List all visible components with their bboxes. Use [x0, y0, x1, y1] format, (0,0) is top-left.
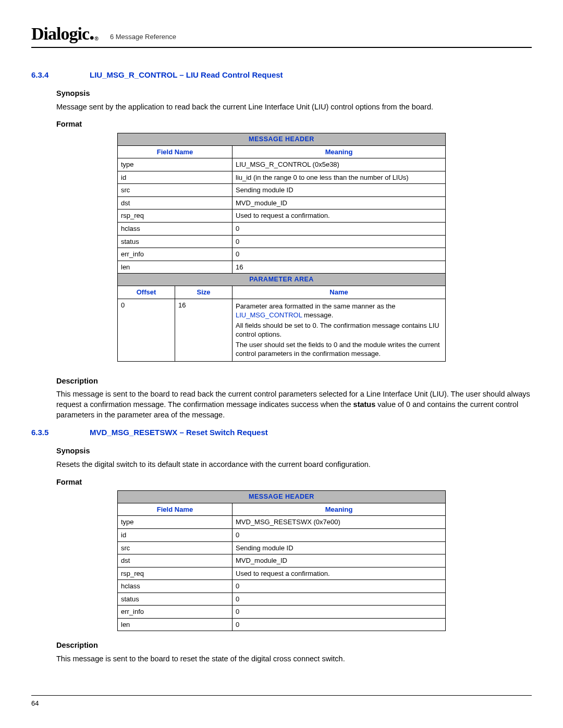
meaning-cell: 0 [232, 580, 446, 593]
message-header-table-1: MESSAGE HEADER Field Name Meaning typeLI… [117, 133, 446, 362]
meaning-cell: 0 [232, 248, 446, 261]
message-header-table-2: MESSAGE HEADER Field Name Meaning typeMV… [117, 490, 446, 631]
param-offset: 0 [118, 299, 175, 361]
synopsis-text: Resets the digital switch to its default… [56, 460, 532, 470]
field-name-cell: type [118, 516, 232, 529]
param-text: message. [302, 311, 333, 319]
meaning-cell: 0 [232, 222, 446, 235]
synopsis-heading: Synopsis [56, 89, 532, 99]
meaning-cell: 0 [232, 593, 446, 606]
format-heading: Format [56, 477, 532, 488]
table-row: len16 [118, 261, 446, 274]
format-heading: Format [56, 119, 532, 130]
col-meaning: Meaning [232, 145, 446, 158]
section-heading-635: 6.3.5 MVD_MSG_RESETSWX – Reset Switch Re… [31, 427, 532, 438]
meaning-cell: Sending module ID [232, 541, 446, 554]
page: Dialogic.® 6 Message Reference 6.3.4 LIU… [0, 0, 563, 728]
col-name: Name [232, 286, 446, 299]
table-row: hclass0 [118, 222, 446, 235]
section-heading-634: 6.3.4 LIU_MSG_R_CONTROL – LIU Read Contr… [31, 70, 532, 80]
table-row: len0 [118, 618, 446, 631]
description-text: This message is sent to the board to res… [56, 654, 532, 664]
meaning-cell: 16 [232, 261, 446, 274]
table-row: dstMVD_module_ID [118, 554, 446, 567]
field-name-cell: status [118, 235, 232, 248]
field-name-cell: rsp_req [118, 567, 232, 580]
table-row: srcSending module ID [118, 541, 446, 554]
meaning-cell: 0 [232, 235, 446, 248]
field-name-cell: src [118, 541, 232, 554]
table-row: dstMVD_module_ID [118, 196, 446, 209]
meaning-cell: 0 [232, 606, 446, 619]
field-name-cell: dst [118, 196, 232, 209]
section-number: 6.3.4 [31, 70, 90, 80]
table-band: MESSAGE HEADER [118, 491, 446, 503]
field-name-cell: err_info [118, 606, 232, 619]
description-text: This message is sent to the board to rea… [56, 389, 532, 420]
meaning-cell: Used to request a confirmation. [232, 209, 446, 223]
table-row: typeLIU_MSG_R_CONTROL (0x5e38) [118, 158, 446, 171]
param-name: Parameter area formatted in the same man… [232, 299, 446, 361]
param-text: Parameter area formatted in the same man… [236, 302, 395, 310]
synopsis-heading: Synopsis [56, 446, 532, 456]
col-size: Size [175, 286, 232, 299]
meaning-cell: MVD_module_ID [232, 554, 446, 567]
meaning-cell: Sending module ID [232, 184, 446, 197]
section-title: MVD_MSG_RESETSWX – Reset Switch Request [90, 427, 268, 438]
field-name-cell: len [118, 618, 232, 631]
description-heading: Description [56, 376, 532, 387]
meaning-cell: MVD_MSG_RESETSWX (0x7e00) [232, 516, 446, 529]
meaning-cell: liu_id (in the range 0 to one less than … [232, 171, 446, 184]
field-name-cell: hclass [118, 222, 232, 235]
footer-rule [31, 695, 532, 696]
field-name-cell: hclass [118, 580, 232, 593]
description-heading: Description [56, 640, 532, 651]
table-row: hclass0 [118, 580, 446, 593]
table-row: status0 [118, 235, 446, 248]
brand-logo: Dialogic.® [31, 22, 97, 46]
meaning-cell: 0 [232, 529, 446, 542]
col-field-name: Field Name [118, 145, 232, 158]
col-field-name: Field Name [118, 503, 232, 516]
field-name-cell: src [118, 184, 232, 197]
status-bold: status [353, 400, 376, 409]
page-number: 64 [31, 699, 39, 708]
table-band: PARAMETER AREA [118, 274, 446, 286]
meaning-cell: 0 [232, 618, 446, 631]
section-title: LIU_MSG_R_CONTROL – LIU Read Control Req… [90, 70, 283, 80]
param-text: All fields should be set to 0. The confi… [236, 321, 442, 339]
page-header: Dialogic.® 6 Message Reference [31, 22, 532, 48]
section-number: 6.3.5 [31, 427, 90, 438]
table-row: err_info0 [118, 248, 446, 261]
synopsis-text: Message sent by the application to read … [56, 102, 532, 113]
table-row: idliu_id (in the range 0 to one less tha… [118, 171, 446, 184]
param-size: 16 [175, 299, 232, 361]
meaning-cell: LIU_MSG_R_CONTROL (0x5e38) [232, 158, 446, 171]
table-row: srcSending module ID [118, 184, 446, 197]
field-name-cell: err_info [118, 248, 232, 261]
meaning-cell: MVD_module_ID [232, 196, 446, 209]
field-name-cell: rsp_req [118, 209, 232, 223]
col-meaning: Meaning [232, 503, 446, 516]
table-band: MESSAGE HEADER [118, 133, 446, 145]
field-name-cell: id [118, 529, 232, 542]
meaning-cell: Used to request a confirmation. [232, 567, 446, 580]
table-row: id0 [118, 529, 446, 542]
param-text: The user should set the fields to 0 and … [236, 340, 442, 359]
breadcrumb: 6 Message Reference [110, 32, 176, 42]
field-name-cell: status [118, 593, 232, 606]
registered-mark: ® [95, 35, 98, 43]
field-name-cell: id [118, 171, 232, 184]
field-name-cell: len [118, 261, 232, 274]
field-name-cell: dst [118, 554, 232, 567]
table-row: err_info0 [118, 606, 446, 619]
table-row: rsp_reqUsed to request a confirmation. [118, 567, 446, 580]
table-row: status0 [118, 593, 446, 606]
liu-msg-control-link[interactable]: LIU_MSG_CONTROL [236, 311, 302, 319]
table-row: rsp_reqUsed to request a confirmation. [118, 209, 446, 223]
field-name-cell: type [118, 158, 232, 171]
table-row: typeMVD_MSG_RESETSWX (0x7e00) [118, 516, 446, 529]
col-offset: Offset [118, 286, 175, 299]
